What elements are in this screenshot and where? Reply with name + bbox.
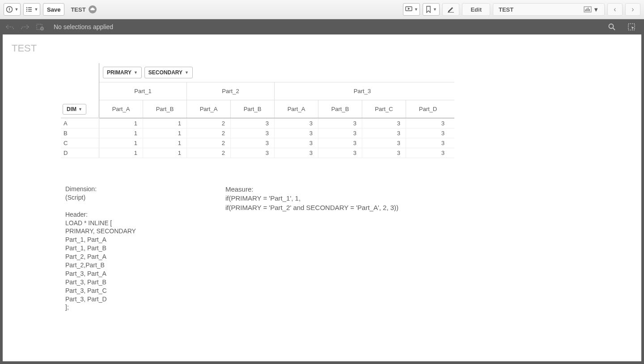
table-row: C11233333	[61, 138, 454, 148]
svg-line-17	[613, 28, 615, 30]
sheet-icon	[584, 6, 592, 13]
secondary-header-cell[interactable]: Part_B	[231, 100, 275, 118]
step-forward-icon[interactable]	[19, 21, 31, 33]
caret-down-icon: ▼	[34, 7, 38, 12]
primary-header-cell[interactable]: Part_1	[99, 82, 187, 100]
bookmark-icon	[426, 6, 431, 13]
svg-rect-11	[586, 9, 587, 11]
row-label-cell[interactable]: A	[61, 119, 99, 128]
pivot-table[interactable]: DIM ▼ PRIMARY▼SECONDARY▼ Part_1Part_2Par…	[61, 63, 454, 158]
nav-menu-button[interactable]: ▼	[4, 3, 21, 16]
row-label-cell[interactable]: C	[61, 138, 99, 148]
bookmark-button[interactable]: ▼	[423, 3, 440, 16]
secondary-header-cell[interactable]: Part_A	[275, 100, 318, 118]
dimension-script-text: Dimension: (Script) Header: LOAD * INLIN…	[65, 185, 136, 312]
sheet-name-label: TEST	[499, 6, 513, 13]
svg-rect-13	[589, 9, 590, 11]
data-cell[interactable]: 1	[143, 148, 187, 158]
data-cell[interactable]: 3	[231, 148, 275, 158]
svg-rect-6	[28, 11, 32, 12]
data-cell[interactable]: 3	[231, 119, 275, 128]
measure-expression-text: Measure: if(PRIMARY = 'Part_1', 1, if(PR…	[225, 185, 398, 312]
story-button[interactable]: ▼	[403, 3, 420, 16]
row-label-cell[interactable]: B	[61, 128, 99, 138]
data-cell[interactable]: 2	[187, 128, 231, 138]
caret-down-icon: ▼	[414, 7, 418, 12]
secondary-header-cell[interactable]: Part_A	[99, 100, 143, 118]
edit-mode-button[interactable]	[442, 3, 459, 16]
data-cell[interactable]: 2	[187, 119, 231, 128]
data-cell[interactable]: 3	[231, 138, 275, 148]
svg-point-5	[26, 11, 27, 12]
data-cell[interactable]: 3	[362, 148, 406, 158]
row-label-cell[interactable]: D	[61, 148, 99, 158]
chevron-right-icon: ›	[631, 5, 634, 13]
primary-header-cell[interactable]: Part_2	[187, 82, 275, 100]
secondary-header-cell[interactable]: Part_D	[406, 100, 450, 118]
edit-label: Edit	[470, 6, 482, 13]
data-cell[interactable]: 3	[318, 148, 362, 158]
data-cell[interactable]: 1	[99, 119, 143, 128]
data-cell[interactable]: 3	[406, 148, 450, 158]
next-sheet-button[interactable]: ›	[625, 3, 640, 16]
data-cell[interactable]: 3	[318, 138, 362, 148]
data-cell[interactable]: 1	[143, 128, 187, 138]
row-dim-dropdown[interactable]: DIM ▼	[63, 104, 86, 115]
svg-point-1	[26, 7, 27, 8]
data-cell[interactable]: 3	[275, 128, 318, 138]
text-blocks: Dimension: (Script) Header: LOAD * INLIN…	[65, 185, 632, 312]
data-cell[interactable]: 3	[231, 128, 275, 138]
data-cell[interactable]: 3	[275, 119, 318, 128]
data-cell[interactable]: 3	[406, 128, 450, 138]
data-cell[interactable]: 3	[318, 119, 362, 128]
svg-rect-2	[28, 7, 32, 8]
data-cell[interactable]: 1	[99, 148, 143, 158]
data-cell[interactable]: 3	[362, 119, 406, 128]
data-cell[interactable]: 1	[99, 138, 143, 148]
secondary-header-cell[interactable]: Part_A	[187, 100, 231, 118]
save-button[interactable]: Save	[43, 3, 64, 16]
data-cell[interactable]: 3	[406, 119, 450, 128]
data-cell[interactable]: 1	[143, 119, 187, 128]
sheet-selector[interactable]: TEST ▼	[493, 3, 605, 16]
app-title: TEST	[67, 5, 100, 13]
caret-down-icon: ▼	[15, 7, 19, 12]
svg-rect-18	[628, 24, 635, 30]
sheet-body: TEST DIM ▼ PRIMARY▼SECONDARY▼ Part_1Part…	[0, 34, 644, 364]
data-cell[interactable]: 3	[275, 148, 318, 158]
svg-rect-8	[448, 12, 454, 13]
selections-tool-icon[interactable]	[625, 21, 638, 33]
svg-rect-10	[585, 9, 586, 11]
primary-header-cell[interactable]: Part_3	[275, 82, 450, 100]
col-dim-dropdown[interactable]: PRIMARY▼	[103, 67, 142, 78]
step-back-icon[interactable]	[4, 21, 16, 33]
data-cell[interactable]: 3	[318, 128, 362, 138]
table-row: A11233333	[61, 119, 454, 128]
secondary-header-cell[interactable]: Part_B	[143, 100, 187, 118]
secondary-header-cell[interactable]: Part_C	[362, 100, 406, 118]
data-cell[interactable]: 1	[99, 128, 143, 138]
pivot-row-dim-corner: DIM ▼	[61, 63, 99, 118]
caret-down-icon: ▼	[593, 6, 599, 13]
app-name-label: TEST	[71, 6, 85, 13]
data-cell[interactable]: 2	[187, 138, 231, 148]
presentation-icon	[405, 6, 412, 13]
secondary-header-cell[interactable]: Part_B	[318, 100, 362, 118]
cloud-icon	[89, 5, 97, 13]
col-dim-label: PRIMARY	[107, 69, 131, 76]
save-label: Save	[47, 6, 60, 13]
data-cell[interactable]: 3	[362, 138, 406, 148]
pivot-col-headers: PRIMARY▼SECONDARY▼ Part_1Part_2Part_3 Pa…	[99, 63, 454, 118]
edit-button[interactable]: Edit	[462, 3, 490, 16]
data-cell[interactable]: 1	[143, 138, 187, 148]
data-cell[interactable]: 3	[406, 138, 450, 148]
sheet-title: TEST	[12, 43, 632, 54]
clear-selections-icon[interactable]	[34, 21, 47, 33]
col-dim-dropdown[interactable]: SECONDARY▼	[144, 67, 193, 78]
data-cell[interactable]: 2	[187, 148, 231, 158]
data-cell[interactable]: 3	[362, 128, 406, 138]
prev-sheet-button[interactable]: ‹	[607, 3, 623, 16]
global-menu-button[interactable]: ▼	[23, 3, 40, 16]
search-icon[interactable]	[606, 21, 618, 33]
data-cell[interactable]: 3	[275, 138, 318, 148]
